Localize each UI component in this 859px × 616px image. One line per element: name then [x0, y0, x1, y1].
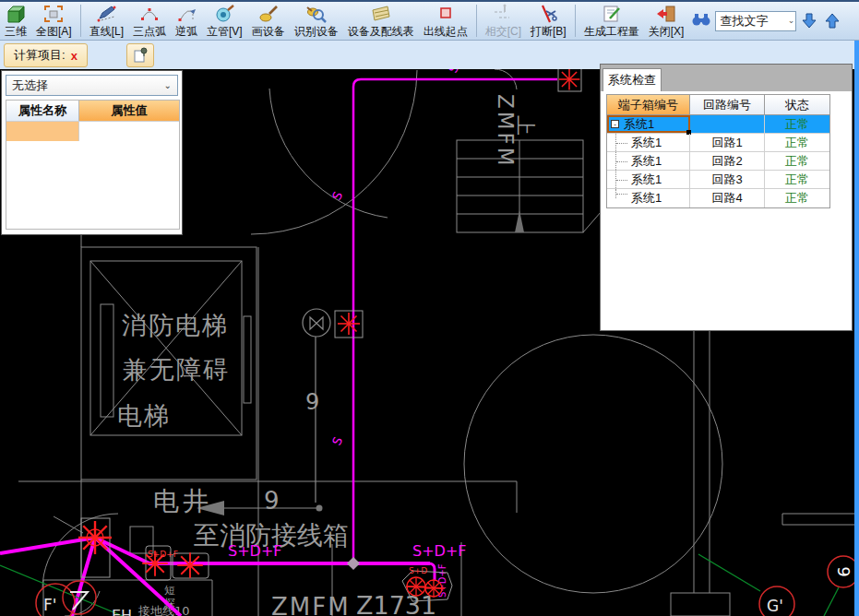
chevron-down-icon: ⌄ — [164, 80, 172, 90]
terminal-box-cell: 系统1 — [631, 153, 662, 170]
table-row[interactable]: 系统1 回路1 正常 — [607, 134, 829, 152]
grid-9-label-b: 9 — [305, 389, 319, 415]
tree-expander-icon[interactable]: - — [611, 120, 619, 128]
main-toolbar: 三维 全图[A] 直线[L] 三点弧 逆弧 立管[V] 画设备 识别 — [0, 0, 859, 41]
property-grid-header: 属性名称 属性值 — [6, 101, 179, 121]
system-check-body: 端子箱编号 回路编号 状态 -系统1 正常 系统1 回路1 正常 系统1 回路2 — [601, 91, 852, 330]
sdf-label-right: S+D+F — [412, 542, 467, 560]
find-next-button[interactable] — [799, 8, 819, 34]
status-cell: 正常 — [765, 115, 829, 133]
find-toolbar-group: ⌄ — [688, 2, 844, 40]
axis-g-label: G' — [767, 597, 783, 615]
table-row[interactable]: 系统1 回路2 正常 — [607, 152, 829, 171]
property-panel: 无选择 ⌄ 属性名称 属性值 — [1, 70, 183, 235]
table-row[interactable]: 系统1 回路4 正常 — [607, 189, 829, 207]
status-cell: 正常 — [765, 134, 829, 151]
find-text-input[interactable] — [715, 11, 796, 31]
tab-calc-items[interactable]: 计算项目: x — [4, 43, 88, 67]
generate-quantities-icon — [601, 4, 623, 24]
three-point-arc-icon — [138, 4, 161, 24]
full-view-icon — [42, 4, 65, 24]
system-check-table: 端子箱编号 回路编号 状态 -系统1 正常 系统1 回路1 正常 系统1 回路2 — [606, 94, 830, 208]
elevator-label-3: 电梯 — [117, 401, 171, 430]
shaft-label: 电井 — [153, 486, 212, 516]
button-intersect[interactable]: 相交[C] — [481, 2, 526, 40]
binoculars-icon[interactable] — [690, 9, 712, 33]
grid-9-label-a: 9 — [264, 487, 280, 515]
status-cell: 正常 — [765, 152, 829, 170]
cube-3d-icon — [5, 4, 27, 24]
button-outgoing-start[interactable]: 出线起点 — [419, 2, 472, 40]
reverse-arc-icon — [175, 4, 197, 24]
button-recognize-device[interactable]: 识别设备 — [290, 2, 343, 40]
axis-9-label: 9 — [834, 566, 853, 576]
property-grid: 属性名称 属性值 — [6, 100, 180, 230]
selection-dropdown[interactable]: 无选择 ⌄ — [6, 75, 178, 96]
toolbar-separator — [575, 5, 576, 37]
draw-device-icon — [257, 4, 280, 24]
sdf-small-label: S+D+F — [148, 550, 178, 559]
property-name-header[interactable]: 属性名称 — [6, 101, 79, 121]
table-row[interactable]: 系统1 回路3 正常 — [607, 171, 829, 189]
terminal-box-cell: 系统1 — [631, 172, 662, 188]
system-check-table-header: 端子箱编号 回路编号 状态 — [607, 95, 829, 115]
riser-pipe-icon — [213, 4, 235, 24]
button-device-wiring-table[interactable]: 设备及配线表 — [343, 2, 419, 40]
circuit-cell: 回路4 — [690, 189, 765, 207]
circuit-cell: 回路3 — [690, 171, 765, 188]
find-previous-button[interactable] — [822, 8, 842, 34]
button-three-point-arc[interactable]: 三点弧 — [128, 2, 171, 40]
button-full-view[interactable]: 全图[A] — [31, 2, 77, 40]
chevron-down-icon[interactable]: ⌄ — [788, 16, 795, 25]
app-window: 上 消防电梯 兼无障碍 电梯 电井 至消防接线箱 9 9 ZMFM — [0, 0, 859, 616]
table-row[interactable]: -系统1 正常 — [607, 115, 829, 134]
circuit-cell: 回路2 — [690, 152, 765, 170]
column-status[interactable]: 状态 — [765, 95, 829, 114]
button-generate-quantities[interactable]: 生成工程量 — [579, 2, 644, 40]
tree-line — [615, 171, 631, 188]
button-draw-device[interactable]: 画设备 — [247, 2, 290, 40]
tree-line — [615, 189, 631, 198]
button-3d[interactable]: 三维 — [0, 2, 31, 40]
selection-dropdown-value: 无选择 — [12, 77, 48, 94]
property-row[interactable] — [6, 121, 179, 141]
pin-panel-button[interactable] — [126, 43, 154, 67]
property-value-header[interactable]: 属性值 — [79, 101, 179, 121]
sdf-label-vertical: S+D+F — [437, 563, 447, 598]
tree-line — [615, 152, 631, 170]
button-riser[interactable]: 立管[V] — [202, 2, 247, 40]
toolbar-separator — [80, 5, 81, 37]
recognize-device-icon — [305, 4, 328, 24]
outgoing-start-icon — [435, 4, 457, 24]
property-value-cell[interactable] — [79, 122, 179, 141]
terminal-box-cell: 系统1 — [631, 135, 662, 151]
status-cell: 正常 — [765, 171, 829, 188]
column-circuit[interactable]: 回路编号 — [690, 95, 765, 114]
button-line[interactable]: 直线[L] — [85, 2, 128, 40]
find-text-combobox[interactable]: ⌄ — [715, 11, 796, 31]
button-break[interactable]: 打断[B] — [526, 2, 571, 40]
button-reverse-arc[interactable]: 逆弧 — [171, 2, 202, 40]
tab-system-check[interactable]: 系统检查 — [602, 68, 662, 91]
duan-label: 短 — [164, 584, 175, 597]
column-terminal-box[interactable]: 端子箱编号 — [607, 95, 690, 114]
tab-close-icon[interactable]: x — [71, 49, 78, 63]
window-right-border — [854, 41, 859, 616]
elevator-label-2: 兼无障碍 — [123, 355, 230, 384]
axis-f-label: F' — [43, 596, 56, 614]
circuit-cell: 回路1 — [690, 134, 765, 151]
eh-label: EH — [112, 607, 132, 616]
system-check-panel: 系统检查 端子箱编号 回路编号 状态 -系统1 正常 系统1 回路1 正常 — [600, 64, 853, 331]
terminal-box-cell: 系统1 — [631, 190, 662, 207]
circuit-cell — [690, 115, 765, 133]
close-door-icon — [655, 4, 677, 24]
terminal-box-cell: 系统1 — [624, 116, 654, 133]
sd-small-label: S+D — [409, 566, 427, 575]
button-close[interactable]: 关闭[X] — [644, 2, 689, 40]
status-cell: 正常 — [765, 189, 829, 207]
tree-line — [615, 134, 631, 151]
property-name-cell[interactable] — [6, 122, 79, 141]
jiedi-label: 接地线10 — [137, 604, 190, 616]
intersect-icon — [492, 4, 514, 24]
zmfm-vertical-label: ZMFM — [494, 94, 518, 169]
